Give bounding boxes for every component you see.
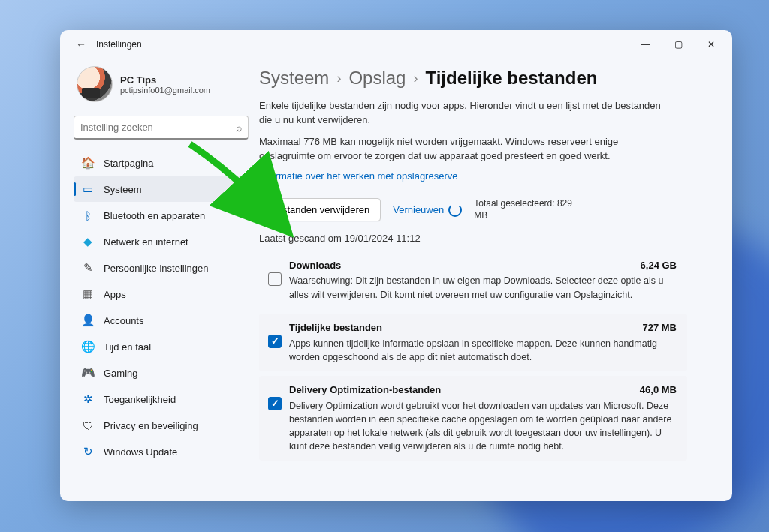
nav-icon: ◆	[81, 235, 95, 248]
nav-item-windows-update[interactable]: ↻Windows Update	[74, 439, 249, 464]
item-checkbox[interactable]	[268, 335, 282, 348]
nav-label: Systeem	[104, 184, 142, 195]
nav-label: Tijd en taal	[104, 341, 151, 353]
item-title: Downloads	[289, 259, 341, 273]
chevron-right-icon: ›	[336, 71, 341, 86]
nav-item-toegankelijkheid[interactable]: ✲Toegankelijkheid	[74, 386, 249, 412]
nav-icon: ✲	[81, 392, 95, 406]
nav-label: Privacy en beveiliging	[104, 420, 198, 431]
nav-list: 🏠Startpagina▭SysteemᛒBluetooth en appara…	[74, 150, 249, 464]
breadcrumb-storage[interactable]: Opslag	[348, 68, 406, 89]
nav-label: Persoonlijke instellingen	[104, 263, 208, 274]
window-title: Instellingen	[96, 39, 629, 50]
last-scanned: Laatst gescand om 19/01/2024 11:12	[259, 233, 711, 244]
titlebar: ← Instellingen — ▢ ✕	[60, 30, 732, 59]
breadcrumb: Systeem › Opslag › Tijdelijke bestanden	[259, 68, 711, 89]
item-size: 6,24 GB	[641, 259, 677, 273]
minimize-button[interactable]: —	[629, 33, 662, 56]
cleanup-item: Downloads6,24 GBWaarschuwing: Dit zijn b…	[259, 251, 687, 309]
nav-label: Apps	[104, 289, 126, 300]
search-field[interactable]	[80, 122, 236, 133]
breadcrumb-current: Tijdelijke bestanden	[425, 68, 597, 89]
main-panel: Systeem › Opslag › Tijdelijke bestanden …	[259, 59, 732, 501]
item-checkbox[interactable]	[268, 397, 282, 410]
nav-item-startpagina[interactable]: 🏠Startpagina	[74, 150, 249, 176]
maximize-button[interactable]: ▢	[662, 33, 695, 56]
item-title: Delivery Optimization-bestanden	[289, 383, 441, 398]
nav-label: Startpagina	[104, 158, 154, 169]
nav-icon: 🎮	[81, 366, 95, 380]
item-size: 727 MB	[642, 321, 677, 335]
nav-label: Windows Update	[104, 446, 177, 458]
search-icon: ⌕	[236, 122, 242, 134]
sidebar: PC Tips pctipsinfo01@gmail.com ⌕ 🏠Startp…	[60, 59, 259, 501]
nav-item-apps[interactable]: ▦Apps	[74, 281, 249, 307]
profile-name: PC Tips	[120, 74, 210, 86]
intro-text-2: Maximaal 776 MB kan mogelijk niet worden…	[259, 135, 665, 164]
search-input[interactable]: ⌕	[74, 116, 249, 140]
cleanup-item: Tijdelijke bestanden727 MBApps kunnen ti…	[259, 314, 687, 371]
nav-icon: ᛒ	[81, 209, 95, 222]
nav-item-bluetooth-en-apparaten[interactable]: ᛒBluetooth en apparaten	[74, 203, 249, 228]
reserve-info-link[interactable]: Informatie over het werken met opslagres…	[259, 170, 711, 182]
intro-text-1: Enkele tijdelijke bestanden zijn nodig v…	[259, 99, 665, 128]
cleanup-item: Delivery Optimization-bestanden46,0 MBDe…	[259, 376, 687, 461]
nav-item-persoonlijke-instellingen[interactable]: ✎Persoonlijke instellingen	[74, 255, 249, 281]
action-row: Bestanden verwijderen Vernieuwen Totaal …	[259, 198, 711, 221]
close-button[interactable]: ✕	[695, 33, 728, 56]
avatar	[77, 66, 113, 102]
nav-icon: ✎	[81, 261, 95, 275]
nav-icon: ▭	[81, 182, 95, 196]
breadcrumb-system[interactable]: Systeem	[259, 68, 329, 89]
item-title: Tijdelijke bestanden	[289, 321, 382, 335]
nav-icon: 🛡	[81, 419, 95, 432]
nav-label: Netwerk en internet	[104, 236, 188, 248]
nav-icon: 🏠	[81, 156, 95, 170]
profile-email: pctipsinfo01@gmail.com	[120, 86, 210, 95]
item-desc: Waarschuwing: Dit zijn bestanden in uw e…	[289, 274, 677, 301]
settings-window: ← Instellingen — ▢ ✕ PC Tips pctipsinfo0…	[60, 30, 732, 501]
nav-item-gaming[interactable]: 🎮Gaming	[74, 360, 249, 386]
nav-icon: 👤	[81, 314, 95, 327]
nav-item-tijd-en-taal[interactable]: 🌐Tijd en taal	[74, 334, 249, 359]
nav-item-netwerk-en-internet[interactable]: ◆Netwerk en internet	[74, 229, 249, 254]
file-list: Downloads6,24 GBWaarschuwing: Dit zijn b…	[259, 251, 687, 461]
item-checkbox[interactable]	[268, 272, 282, 286]
remove-files-button[interactable]: Bestanden verwijderen	[259, 198, 381, 221]
item-desc: Delivery Optimization wordt gebruikt voo…	[289, 399, 677, 454]
nav-label: Gaming	[104, 368, 138, 379]
nav-icon: ▦	[81, 287, 95, 301]
profile[interactable]: PC Tips pctipsinfo01@gmail.com	[74, 65, 249, 113]
total-selected: Totaal geselecteerd: 829 MB	[474, 198, 587, 221]
item-size: 46,0 MB	[640, 383, 677, 398]
nav-label: Accounts	[104, 315, 143, 326]
nav-item-privacy-en-beveiliging[interactable]: 🛡Privacy en beveiliging	[74, 413, 249, 438]
nav-label: Toegankelijkheid	[104, 394, 176, 405]
back-button[interactable]: ←	[72, 38, 90, 50]
item-desc: Apps kunnen tijdelijke informatie opslaa…	[289, 337, 677, 364]
nav-icon: 🌐	[81, 340, 95, 353]
refresh-label: Vernieuwen	[393, 204, 444, 215]
refresh-icon	[448, 203, 462, 217]
refresh-button[interactable]: Vernieuwen	[393, 203, 462, 217]
nav-label: Bluetooth en apparaten	[104, 210, 205, 221]
nav-icon: ↻	[81, 445, 95, 458]
nav-item-accounts[interactable]: 👤Accounts	[74, 308, 249, 333]
chevron-right-icon: ›	[413, 71, 418, 86]
nav-item-systeem[interactable]: ▭Systeem	[74, 176, 249, 202]
